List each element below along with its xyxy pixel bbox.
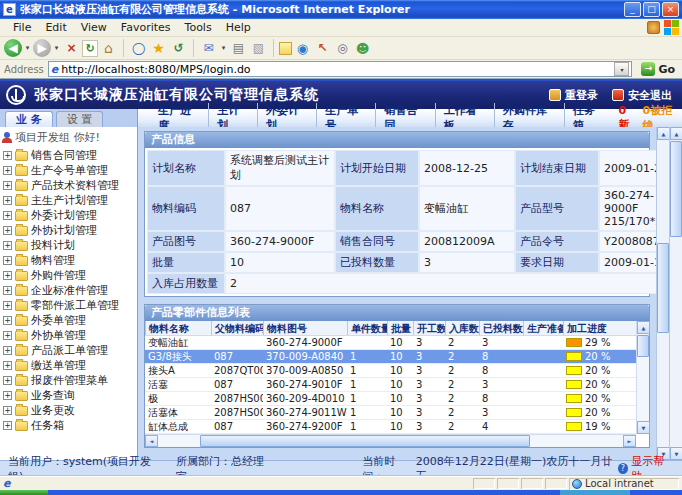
- research-icon[interactable]: ◎: [333, 39, 352, 58]
- back-icon[interactable]: ◀: [4, 39, 22, 57]
- scroll-up-icon[interactable]: ▲: [670, 127, 682, 140]
- frame-scrollbar[interactable]: ▲ ▼: [656, 127, 669, 460]
- tree-item[interactable]: +生产令号单管理: [0, 163, 137, 178]
- expand-icon[interactable]: +: [3, 226, 12, 235]
- back-dropdown-icon[interactable]: ▾: [23, 39, 32, 58]
- scroll-right-icon[interactable]: ►: [623, 435, 636, 447]
- window-titlebar[interactable]: e 张家口长城液压油缸有限公司管理信息系统 - Microsoft Intern…: [0, 0, 682, 19]
- address-input[interactable]: [61, 63, 614, 76]
- mail-icon[interactable]: ✉: [199, 39, 218, 58]
- scroll-down-icon[interactable]: ▼: [637, 421, 650, 434]
- menu-item[interactable]: Tools: [178, 20, 219, 35]
- expand-icon[interactable]: +: [3, 361, 12, 370]
- tab-business[interactable]: 业 务: [5, 111, 53, 127]
- expand-icon[interactable]: +: [3, 151, 12, 160]
- scrollbar-thumb[interactable]: [200, 435, 530, 447]
- expand-icon[interactable]: +: [3, 421, 12, 430]
- tree-item[interactable]: +销售合同管理: [0, 148, 137, 163]
- table-row[interactable]: 活塞087360-274-9010F11032320 %: [145, 378, 636, 392]
- expand-icon[interactable]: +: [3, 376, 12, 385]
- scroll-left-icon[interactable]: ◄: [145, 435, 158, 447]
- quick-arrow-icon[interactable]: ↖: [313, 39, 332, 58]
- print-icon[interactable]: ▤: [229, 39, 248, 58]
- relogin-button[interactable]: 重登录: [549, 88, 598, 103]
- close-button-icon[interactable]: ×: [662, 2, 679, 17]
- table-row[interactable]: 活塞体2087HS002360-274-9011W11032320 %: [145, 406, 636, 420]
- tree-item[interactable]: +零部件派工单管理: [0, 298, 137, 313]
- table-row[interactable]: 变幅油缸360-274-9000F1032329 %: [145, 336, 636, 350]
- stop-icon[interactable]: ×: [62, 39, 81, 58]
- expand-icon[interactable]: +: [3, 241, 12, 250]
- expand-icon[interactable]: +: [3, 166, 12, 175]
- tree-item[interactable]: +主生产计划管理: [0, 193, 137, 208]
- expand-icon[interactable]: +: [3, 406, 12, 415]
- menu-item[interactable]: File: [6, 20, 38, 35]
- expand-icon[interactable]: +: [3, 391, 12, 400]
- note-icon[interactable]: [279, 42, 292, 55]
- maximize-button-icon[interactable]: □: [643, 2, 660, 17]
- tree-item[interactable]: +企业标准件管理: [0, 283, 137, 298]
- tree-item[interactable]: +产品技术资料管理: [0, 178, 137, 193]
- tree-item[interactable]: +缴送单管理: [0, 358, 137, 373]
- go-button[interactable]: → Go: [637, 62, 679, 76]
- parts-horizontal-scrollbar[interactable]: ◄ ►: [145, 434, 636, 447]
- expand-icon[interactable]: +: [3, 256, 12, 265]
- logout-button[interactable]: 安全退出: [612, 88, 672, 103]
- menu-item[interactable]: Favorites: [114, 20, 178, 35]
- scrollbar-thumb[interactable]: [637, 335, 649, 357]
- expand-icon[interactable]: +: [3, 271, 12, 280]
- scrollbar-thumb[interactable]: [657, 243, 669, 333]
- table-row[interactable]: 接头A2087QT002370-009-A085011032820 %: [145, 364, 636, 378]
- mail-dropdown-icon[interactable]: ▾: [219, 39, 228, 58]
- msn-icon[interactable]: ☻: [353, 39, 372, 58]
- forward-dropdown-icon[interactable]: ▾: [52, 39, 61, 58]
- messenger-globe-icon[interactable]: ◉: [293, 39, 312, 58]
- table-row[interactable]: G3/8接头087370-009-A084011032820 %: [145, 350, 636, 364]
- tree-item[interactable]: +报废件管理菜单: [0, 373, 137, 388]
- tree-item[interactable]: +任务箱: [0, 418, 137, 433]
- tree-item[interactable]: +外购件管理: [0, 268, 137, 283]
- expand-icon[interactable]: +: [3, 286, 12, 295]
- tab-settings[interactable]: 设 置: [56, 111, 104, 127]
- parts-vertical-scrollbar[interactable]: ▲ ▼: [636, 321, 649, 434]
- tree-item-label: 外委计划管理: [31, 208, 97, 223]
- brand-icon[interactable]: [647, 21, 660, 34]
- minimize-button-icon[interactable]: _: [624, 2, 641, 17]
- expand-icon[interactable]: +: [3, 331, 12, 340]
- menu-item[interactable]: View: [74, 20, 114, 35]
- tree-item[interactable]: +投料计划: [0, 238, 137, 253]
- table-row[interactable]: 缸体总成087360-274-9200F11032419 %: [145, 420, 636, 434]
- address-dropdown-icon[interactable]: ▾: [614, 62, 629, 76]
- search-icon[interactable]: ◯: [129, 39, 148, 58]
- refresh-icon[interactable]: ↻: [82, 40, 98, 57]
- edit-icon[interactable]: ▧: [249, 39, 268, 58]
- scroll-up-icon[interactable]: ▲: [637, 321, 650, 334]
- expand-icon[interactable]: +: [3, 196, 12, 205]
- tree-item[interactable]: +产品派工单管理: [0, 343, 137, 358]
- table-row[interactable]: 极2087HS002360-209-4D01011032820 %: [145, 392, 636, 406]
- menu-item[interactable]: Edit: [38, 20, 73, 35]
- tree-item[interactable]: +外委计划管理: [0, 208, 137, 223]
- expand-icon[interactable]: +: [3, 211, 12, 220]
- taskbar[interactable]: [0, 490, 682, 495]
- tree-item[interactable]: +物料管理: [0, 253, 137, 268]
- tree-item[interactable]: +外协单管理: [0, 328, 137, 343]
- taskbar-item[interactable]: [560, 490, 630, 495]
- tree-item[interactable]: +外委单管理: [0, 313, 137, 328]
- menu-item[interactable]: Help: [219, 20, 258, 35]
- expand-icon[interactable]: +: [3, 301, 12, 310]
- start-button[interactable]: [0, 490, 48, 495]
- scrollbar-thumb[interactable]: [670, 141, 682, 237]
- expand-icon[interactable]: +: [3, 346, 12, 355]
- tree-item[interactable]: +外协计划管理: [0, 223, 137, 238]
- window-scrollbar[interactable]: ▲ ▼: [669, 127, 682, 460]
- tree-item[interactable]: +业务查询: [0, 388, 137, 403]
- forward-icon[interactable]: ▶: [33, 39, 51, 57]
- tree-item[interactable]: +业务更改: [0, 403, 137, 418]
- tree-item-label: 缴送单管理: [31, 358, 86, 373]
- history-icon[interactable]: ↺: [169, 39, 188, 58]
- favorites-icon[interactable]: ★: [149, 39, 168, 58]
- home-icon[interactable]: ⌂: [99, 39, 118, 58]
- expand-icon[interactable]: +: [3, 181, 12, 190]
- expand-icon[interactable]: +: [3, 316, 12, 325]
